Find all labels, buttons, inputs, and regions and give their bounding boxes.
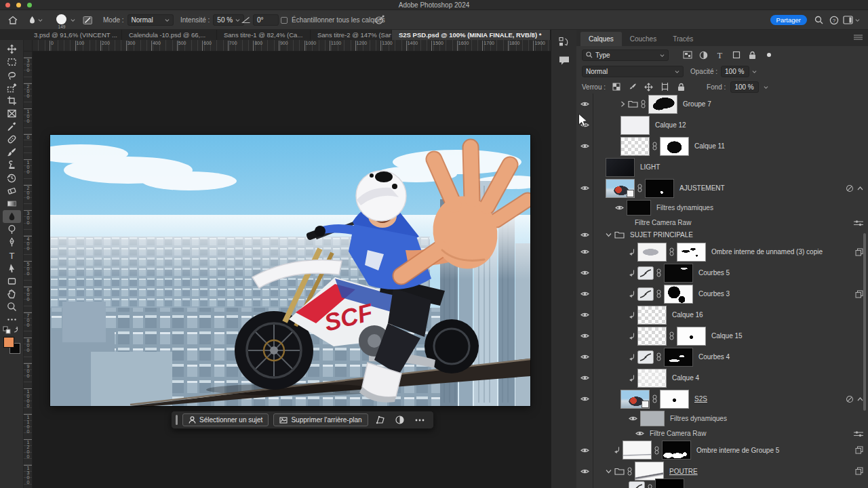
zoom-tool[interactable] [3, 300, 21, 313]
more-tool[interactable] [3, 313, 21, 326]
swap-colors-button[interactable] [3, 325, 20, 336]
visibility-cell[interactable] [576, 283, 593, 304]
clone-stamp-tool[interactable] [3, 159, 21, 171]
eye-icon[interactable] [580, 270, 589, 276]
ruler-corner[interactable] [24, 40, 33, 52]
layer-thumbnail[interactable] [620, 116, 650, 135]
layer-thumbnail[interactable] [640, 411, 665, 426]
eye-icon[interactable] [580, 101, 589, 107]
more-options-button[interactable] [412, 413, 427, 426]
visibility-cell[interactable] [576, 262, 593, 283]
layer-row[interactable]: Calque 15 [576, 325, 868, 346]
layer-name[interactable]: Calque 4 [672, 374, 699, 382]
layer-row[interactable]: Calque 11 [576, 136, 868, 157]
eye-icon[interactable] [580, 354, 589, 360]
workspace-switcher[interactable] [843, 10, 860, 30]
chevron-down-icon[interactable] [764, 85, 768, 89]
object-selection-tool[interactable] [3, 81, 21, 94]
layer-row[interactable]: Ombre interne de Groupe 5 [576, 439, 868, 461]
eye-icon[interactable] [580, 312, 589, 318]
search-button[interactable] [814, 10, 823, 30]
panel-menu-button[interactable] [854, 35, 863, 42]
visibility-cell[interactable] [576, 367, 593, 388]
layer-row[interactable]: Filtre Camera Raw [576, 428, 868, 439]
collapse-effects-icon[interactable] [857, 397, 863, 401]
transform-image-button[interactable] [373, 413, 388, 426]
layer-thumbnail[interactable] [637, 243, 667, 262]
expand-chevron-icon[interactable] [620, 101, 625, 107]
hand-tool[interactable] [3, 287, 21, 300]
layer-mask-thumbnail[interactable] [660, 137, 689, 156]
layer-thumbnail[interactable] [606, 179, 635, 198]
adjustments-button[interactable] [393, 413, 408, 426]
lock-position-button[interactable] [643, 81, 654, 92]
visibility-cell[interactable] [576, 428, 593, 439]
document-tab-1[interactable]: Calendula -10.psd @ 66,... [122, 30, 217, 40]
document-tab-2[interactable]: Sans titre-1 @ 82,4% (Ca... [217, 30, 311, 40]
layer-row[interactable]: SUJET PRINCIPALE [576, 228, 868, 241]
visibility-toggle[interactable] [615, 205, 624, 211]
history-panel-button[interactable] [556, 34, 572, 49]
visibility-cell[interactable] [576, 157, 593, 178]
layer-thumbnail[interactable] [637, 306, 667, 325]
layer-thumbnail[interactable] [620, 390, 650, 409]
layer-name[interactable]: Filtres dynamiques [670, 415, 727, 422]
layer-name[interactable]: SUJET PRINCIPALE [630, 231, 693, 239]
layer-row[interactable]: Filtre Camera Raw [576, 217, 868, 228]
visibility-cell[interactable] [576, 115, 593, 136]
layer-name[interactable]: AJUSTEMENT [679, 184, 725, 192]
lasso-tool[interactable] [3, 68, 21, 81]
eye-icon[interactable] [580, 143, 589, 149]
layer-row[interactable] [576, 481, 868, 488]
taskbar-drag-handle[interactable] [176, 415, 178, 425]
visibility-cell[interactable] [576, 388, 593, 409]
lock-transparency-button[interactable] [610, 81, 622, 92]
brush-size-picker[interactable]: 149 [56, 10, 75, 30]
eye-icon[interactable] [580, 447, 589, 453]
layer-row[interactable]: LIGHT [576, 157, 868, 178]
layer-name[interactable]: Calque 16 [672, 311, 703, 319]
shape-tool[interactable] [3, 274, 21, 287]
eye-icon[interactable] [580, 375, 589, 381]
lock-pixels-button[interactable] [627, 81, 638, 92]
tab-calques[interactable]: Calques [580, 32, 622, 46]
tool-preset[interactable] [28, 10, 43, 30]
layer-thumbnail[interactable] [620, 137, 650, 156]
visibility-cell[interactable] [576, 217, 593, 228]
dodge-tool[interactable] [3, 223, 21, 236]
visibility-cell[interactable] [576, 94, 593, 115]
horizontal-ruler[interactable]: 0100200300400500600700800900100011001200… [33, 40, 551, 52]
document-tab-4[interactable]: S2S PSD.psd @ 100% (MINIA FINALE, RVB/8)… [392, 30, 551, 40]
layer-row[interactable]: Courbes 5 [576, 262, 868, 283]
visibility-cell[interactable] [576, 481, 593, 488]
layer-name[interactable]: LIGHT [640, 163, 660, 171]
document-tab-3[interactable]: Sans titre-2 @ 147% (San... [311, 30, 392, 40]
layer-thumbnail[interactable] [637, 327, 667, 346]
sample-all-layers-checkbox[interactable] [281, 17, 288, 24]
layer-row[interactable]: Courbes 3 [576, 283, 868, 304]
layer-mask-thumbnail[interactable] [660, 390, 689, 409]
visibility-toggle[interactable] [629, 415, 637, 422]
path-selection-tool[interactable] [3, 262, 21, 274]
layer-name[interactable]: Courbes 4 [698, 353, 730, 361]
layer-mask-thumbnail[interactable] [662, 441, 691, 460]
eye-icon[interactable] [580, 396, 589, 402]
layer-mask-thumbnail[interactable] [677, 327, 706, 346]
layer-mask-thumbnail[interactable] [648, 95, 677, 114]
brush-settings-toggle[interactable] [83, 10, 93, 30]
layer-name[interactable]: POUTRE [669, 468, 698, 475]
eye-icon[interactable] [580, 249, 589, 255]
layer-mask-thumbnail[interactable] [655, 479, 684, 488]
move-tool[interactable] [3, 43, 21, 56]
remove-background-button[interactable]: Supprimer l'arrière-plan [273, 413, 368, 426]
layer-name[interactable]: Groupe 7 [683, 100, 711, 108]
layer-row[interactable]: Calque 16 [576, 304, 868, 325]
home-button[interactable] [8, 10, 18, 30]
layer-name[interactable]: Calque 15 [711, 332, 743, 340]
layer-row[interactable]: S2S [576, 388, 868, 409]
canvas-image[interactable]: SCF [50, 135, 530, 406]
visibility-cell[interactable] [576, 325, 593, 346]
blend-mode-select[interactable]: Normal [582, 66, 684, 77]
brush-tool[interactable] [3, 146, 21, 159]
help-button[interactable]: ? [829, 10, 839, 30]
